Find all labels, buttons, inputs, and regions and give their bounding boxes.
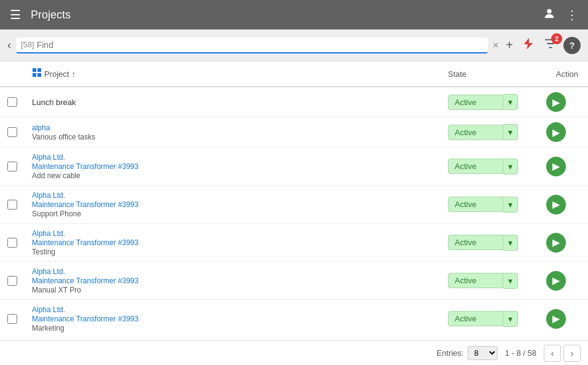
help-button[interactable]: ? xyxy=(563,37,581,54)
project-client-link[interactable]: Alpha Ltd. xyxy=(32,305,65,314)
table-row: Lunch breakActive▾▶ xyxy=(0,87,588,117)
lightning-button[interactable] xyxy=(519,34,538,56)
project-client-link[interactable]: Alpha Ltd. xyxy=(32,191,65,200)
state-dropdown-button[interactable]: ▾ xyxy=(503,197,518,213)
back-button[interactable]: ‹ xyxy=(7,39,11,52)
project-client-link[interactable]: Alpha Ltd. xyxy=(32,153,65,162)
table-row: Alpha Ltd.Maintenance Transformer #3993A… xyxy=(0,147,588,186)
row-checkbox[interactable] xyxy=(7,276,17,286)
state-select[interactable]: Active xyxy=(448,197,503,212)
state-cell: Active▾ xyxy=(441,186,539,224)
add-button[interactable]: + xyxy=(503,36,515,55)
play-button[interactable]: ▶ xyxy=(546,233,566,253)
user-icon[interactable] xyxy=(540,4,559,26)
project-task: Support Phone xyxy=(32,210,81,218)
entries-select[interactable]: 8 16 32 64 xyxy=(468,346,498,360)
state-cell: Active▾ xyxy=(441,300,539,338)
state-select[interactable]: Active xyxy=(448,235,503,250)
search-bar: ‹ [58] × + 2 ? xyxy=(0,29,588,61)
project-task: Manual XT Pro xyxy=(32,286,81,294)
header-right: ⋮ xyxy=(540,4,581,26)
project-transformer-link[interactable]: Maintenance Transformer #3993 xyxy=(32,162,138,171)
play-button[interactable]: ▶ xyxy=(546,92,566,112)
table-row: Alpha Ltd.Maintenance Transformer #3993M… xyxy=(0,262,588,300)
project-name-link[interactable]: alpha xyxy=(32,124,50,132)
action-cell: ▶ xyxy=(539,262,588,300)
project-cell: Alpha Ltd.Maintenance Transformer #3993S… xyxy=(25,186,441,224)
app-header: ☰ Projects ⋮ xyxy=(0,0,588,29)
filter-button-wrap: 2 xyxy=(541,34,560,56)
project-cell: Alpha Ltd.Maintenance Transformer #3993M… xyxy=(25,262,441,300)
play-button[interactable]: ▶ xyxy=(546,195,566,214)
state-select[interactable]: Active xyxy=(448,159,503,174)
state-dropdown-button[interactable]: ▾ xyxy=(503,94,518,110)
project-name: Lunch break xyxy=(32,98,76,107)
project-client-link[interactable]: Alpha Ltd. xyxy=(32,229,65,238)
state-dropdown-button[interactable]: ▾ xyxy=(503,124,518,140)
prev-page-button[interactable]: ‹ xyxy=(544,345,561,362)
row-checkbox[interactable] xyxy=(7,97,17,107)
play-button[interactable]: ▶ xyxy=(546,157,566,176)
table-row: Alpha Ltd.Maintenance Transformer #3993M… xyxy=(0,300,588,338)
state-select[interactable]: Active xyxy=(448,125,503,140)
play-button[interactable]: ▶ xyxy=(546,122,566,142)
row-checkbox[interactable] xyxy=(7,127,17,137)
action-cell: ▶ xyxy=(539,87,588,117)
row-checkbox[interactable] xyxy=(7,200,17,210)
project-cell: Alpha Ltd.Maintenance Transformer #3993A… xyxy=(25,147,441,186)
menu-icon[interactable]: ☰ xyxy=(7,5,23,25)
search-count: [58] xyxy=(21,40,34,49)
clear-search-button[interactable]: × xyxy=(493,40,498,51)
header-left: ☰ Projects xyxy=(7,5,71,25)
state-select[interactable]: Active xyxy=(448,95,503,110)
project-cell: Alpha Ltd.Maintenance Transformer #3993T… xyxy=(25,224,441,262)
project-transformer-link[interactable]: Maintenance Transformer #3993 xyxy=(32,200,138,209)
state-dropdown-button[interactable]: ▾ xyxy=(503,273,518,289)
col-checkbox xyxy=(0,61,25,87)
svg-rect-2 xyxy=(33,68,36,72)
svg-marker-1 xyxy=(524,38,533,49)
project-transformer-link[interactable]: Maintenance Transformer #3993 xyxy=(32,238,138,247)
more-options-icon[interactable]: ⋮ xyxy=(563,5,581,25)
state-select[interactable]: Active xyxy=(448,311,503,326)
project-transformer-link[interactable]: Maintenance Transformer #3993 xyxy=(32,277,138,285)
project-cell: alphaVarious office tasks xyxy=(25,117,441,147)
action-cell: ▶ xyxy=(539,186,588,224)
action-cell: ▶ xyxy=(539,300,588,338)
entries-control: Entries: 8 16 32 64 xyxy=(437,346,498,360)
page-info: 1 - 8 / 58 xyxy=(505,348,536,358)
search-input[interactable] xyxy=(37,40,483,50)
project-transformer-link[interactable]: Maintenance Transformer #3993 xyxy=(32,315,138,323)
project-cell: Lunch break xyxy=(25,87,441,117)
state-dropdown-button[interactable]: ▾ xyxy=(503,311,518,327)
col-action-header: Action xyxy=(539,61,588,87)
state-cell: Active▾ xyxy=(441,87,539,117)
project-client-link[interactable]: Alpha Ltd. xyxy=(32,267,65,276)
play-button[interactable]: ▶ xyxy=(546,309,566,329)
project-column-label: Project xyxy=(44,69,69,79)
project-task: Testing xyxy=(32,248,55,256)
row-checkbox[interactable] xyxy=(7,162,17,171)
next-page-button[interactable]: › xyxy=(563,345,581,362)
project-task: Marketing xyxy=(32,324,65,332)
state-cell: Active▾ xyxy=(441,224,539,262)
table-row: alphaVarious office tasksActive▾▶ xyxy=(0,117,588,147)
table-row: Alpha Ltd.Maintenance Transformer #3993S… xyxy=(0,186,588,224)
play-button[interactable]: ▶ xyxy=(546,271,566,291)
page-title: Projects xyxy=(31,9,71,22)
action-cell: ▶ xyxy=(539,147,588,186)
row-checkbox[interactable] xyxy=(7,314,17,324)
projects-table: Project ↑ State Action Lunch breakActive… xyxy=(0,61,588,340)
row-checkbox[interactable] xyxy=(7,238,17,248)
state-dropdown-button[interactable]: ▾ xyxy=(503,159,518,175)
search-input-wrap: [58] xyxy=(16,37,488,53)
state-select[interactable]: Active xyxy=(448,273,503,288)
col-project-header[interactable]: Project ↑ xyxy=(25,61,441,87)
state-cell: Active▾ xyxy=(441,262,539,300)
svg-point-0 xyxy=(547,9,551,13)
action-cell: ▶ xyxy=(539,224,588,262)
pagination-nav: ‹ › xyxy=(544,345,581,362)
project-task: Various office tasks xyxy=(32,133,95,141)
state-dropdown-button[interactable]: ▾ xyxy=(503,235,518,251)
state-cell: Active▾ xyxy=(441,147,539,186)
